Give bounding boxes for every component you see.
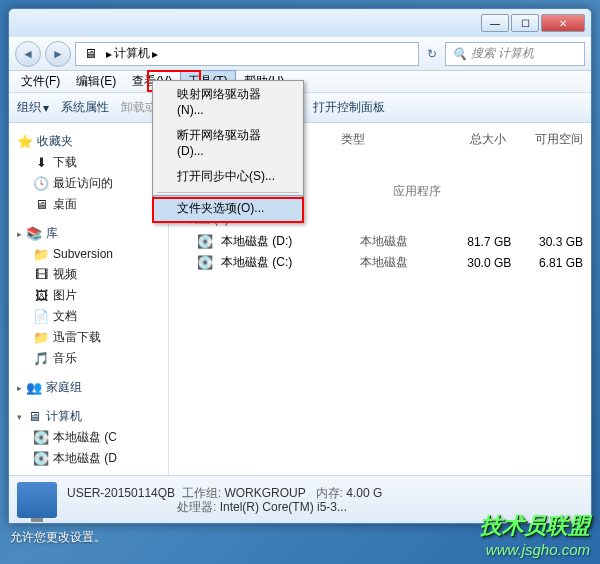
drive-icon: 💽 xyxy=(33,430,49,446)
sidebar-item-music[interactable]: 🎵音乐 xyxy=(13,348,164,369)
dd-disconnect[interactable]: 断开网络驱动器(D)... xyxy=(153,122,303,163)
forward-button[interactable]: ► xyxy=(45,41,71,67)
library-icon: 📚 xyxy=(26,226,42,242)
video-icon: 🎞 xyxy=(33,267,49,283)
sidebar-item-subversion[interactable]: 📁Subversion xyxy=(13,244,164,264)
download-icon: ⬇ xyxy=(33,155,49,171)
tb-controlpanel[interactable]: 打开控制面板 xyxy=(313,99,385,116)
sidebar-item-documents[interactable]: 📄文档 xyxy=(13,306,164,327)
status-text: USER-20150114QB 工作组: WORKGROUP 内存: 4.00 … xyxy=(67,486,382,514)
chevron-down-icon: ▾ xyxy=(17,412,22,422)
back-button[interactable]: ◄ xyxy=(15,41,41,67)
desktop-icon: 🖥 xyxy=(33,197,49,213)
search-input[interactable]: 🔍 搜索 计算机 xyxy=(445,42,585,66)
refresh-button[interactable]: ↻ xyxy=(423,47,441,61)
sidebar-item-downloads[interactable]: ⬇下载 xyxy=(13,152,164,173)
tb-organize[interactable]: 组织 ▾ xyxy=(17,99,49,116)
sidebar-homegroup[interactable]: ▸👥家庭组 xyxy=(13,377,164,398)
sidebar-item-videos[interactable]: 🎞视频 xyxy=(13,264,164,285)
drive-icon: 💽 xyxy=(197,255,213,271)
hint-text: 允许您更改设置。 xyxy=(10,529,106,546)
dd-map-drive[interactable]: 映射网络驱动器(N)... xyxy=(153,81,303,122)
star-icon: ⭐ xyxy=(17,134,33,150)
address-bar[interactable]: 🖥 ▸ 计算机 ▸ xyxy=(75,42,419,66)
picture-icon: 🖼 xyxy=(33,288,49,304)
dd-sync[interactable]: 打开同步中心(S)... xyxy=(153,163,303,190)
sidebar-item-recent[interactable]: 🕓最近访问的 xyxy=(13,173,164,194)
folder-icon: 📁 xyxy=(33,330,49,346)
sidebar-computer[interactable]: ▾🖥计算机 xyxy=(13,406,164,427)
sidebar: ⭐收藏夹 ⬇下载 🕓最近访问的 🖥桌面 ▸📚库 📁Subversion 🎞视频 … xyxy=(9,123,169,475)
computer-icon: 🖥 xyxy=(82,46,98,62)
sidebar-item-desktop[interactable]: 🖥桌面 xyxy=(13,194,164,215)
navbar: ◄ ► 🖥 ▸ 计算机 ▸ ↻ 🔍 搜索 计算机 xyxy=(9,37,591,71)
sidebar-item-thunder[interactable]: 📁迅雷下载 xyxy=(13,327,164,348)
sidebar-item-pictures[interactable]: 🖼图片 xyxy=(13,285,164,306)
drive-icon: 💽 xyxy=(197,234,213,250)
computer-large-icon xyxy=(17,482,57,518)
sidebar-item-drive-d[interactable]: 💽本地磁盘 (D xyxy=(13,448,164,469)
search-icon: 🔍 xyxy=(452,47,467,61)
maximize-button[interactable]: ☐ xyxy=(511,14,539,32)
dd-separator xyxy=(157,192,299,193)
tools-dropdown: 映射网络驱动器(N)... 断开网络驱动器(D)... 打开同步中心(S)...… xyxy=(152,80,304,223)
drive-item-c[interactable]: 💽 本地磁盘 (C:) 本地磁盘 30.0 GB 6.81 GB xyxy=(177,252,583,273)
recent-icon: 🕓 xyxy=(33,176,49,192)
titlebar: — ☐ ✕ xyxy=(9,9,591,37)
music-icon: 🎵 xyxy=(33,351,49,367)
tb-properties[interactable]: 系统属性 xyxy=(61,99,109,116)
sidebar-libraries[interactable]: ▸📚库 xyxy=(13,223,164,244)
drive-item-d[interactable]: 💽 本地磁盘 (D:) 本地磁盘 81.7 GB 30.3 GB xyxy=(177,231,583,252)
sidebar-favorites[interactable]: ⭐收藏夹 xyxy=(13,131,164,152)
chevron-icon: ▸ xyxy=(17,383,22,393)
drive-icon: 💽 xyxy=(33,451,49,467)
document-icon: 📄 xyxy=(33,309,49,325)
homegroup-icon: 👥 xyxy=(26,380,42,396)
highlight-folder-options xyxy=(152,197,304,223)
chevron-icon: ▸ xyxy=(17,229,22,239)
minimize-button[interactable]: — xyxy=(481,14,509,32)
watermark: 技术员联盟 www.jsgho.com xyxy=(480,511,590,558)
col-free[interactable]: 可用空间 xyxy=(514,131,583,148)
computer-icon: 🖥 xyxy=(26,409,42,425)
col-type[interactable]: 类型 xyxy=(341,131,428,148)
folder-icon: 📁 xyxy=(33,246,49,262)
menu-edit[interactable]: 编辑(E) xyxy=(68,70,124,93)
menu-file[interactable]: 文件(F) xyxy=(13,70,68,93)
close-button[interactable]: ✕ xyxy=(541,14,585,32)
breadcrumb-computer[interactable]: ▸ 计算机 ▸ xyxy=(102,43,162,64)
sidebar-item-drive-c[interactable]: 💽本地磁盘 (C xyxy=(13,427,164,448)
col-total[interactable]: 总大小 xyxy=(436,131,505,148)
